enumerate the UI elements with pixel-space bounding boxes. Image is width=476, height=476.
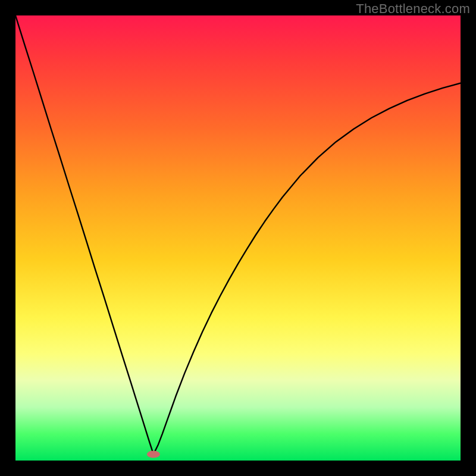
curve-left-branch [15, 15, 154, 455]
chart-plot-area [15, 15, 461, 461]
minimum-marker [147, 451, 160, 458]
curve-right-branch [154, 83, 461, 455]
chart-frame: TheBottleneck.com [0, 0, 476, 476]
chart-svg [15, 15, 461, 461]
watermark-label: TheBottleneck.com [356, 1, 470, 17]
